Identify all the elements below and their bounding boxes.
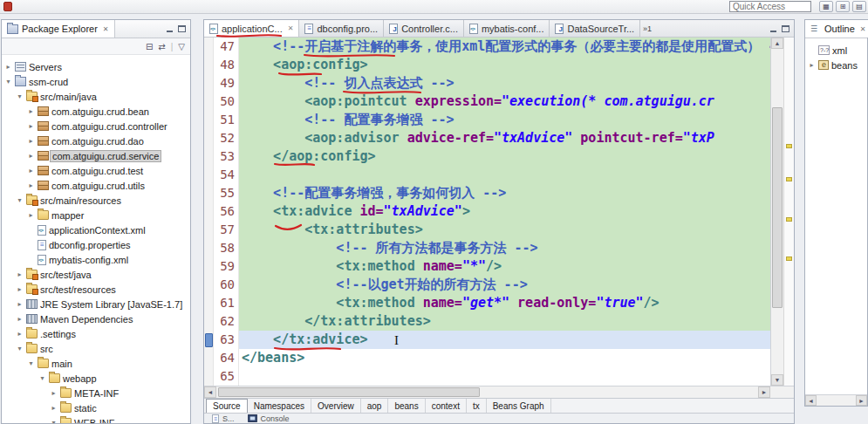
code-line[interactable]: 51 <!-- 配置事务增强 --> xyxy=(204,111,770,129)
code-text[interactable] xyxy=(239,166,770,184)
line-number[interactable]: 50 xyxy=(214,92,239,111)
tree-item[interactable]: applicationContext.xml xyxy=(2,222,190,237)
tree-expand-arrow[interactable]: ▸ xyxy=(27,122,35,130)
tree-expand-arrow[interactable]: ▸ xyxy=(27,137,35,145)
line-number[interactable]: 62 xyxy=(214,312,239,331)
line-number[interactable]: 51 xyxy=(214,111,239,129)
close-icon[interactable]: ✕ xyxy=(858,25,866,33)
horizontal-scroll-thumb[interactable] xyxy=(218,387,480,397)
line-number[interactable]: 54 xyxy=(214,166,239,184)
code-line[interactable]: 55 <!--配置事务增强，事务如何切入 --> xyxy=(204,184,770,202)
outline-horizontal-scrollbar[interactable]: ◄ ► xyxy=(805,394,867,406)
tree-expand-arrow[interactable]: ▸ xyxy=(16,330,24,338)
occurrence-marker[interactable] xyxy=(786,144,792,148)
console-bar-tab[interactable]: S... xyxy=(211,414,235,424)
line-number[interactable]: 64 xyxy=(214,349,239,367)
line-marker[interactable] xyxy=(204,38,214,56)
code-text[interactable]: <tx:attributes> xyxy=(239,221,770,239)
tree-item[interactable]: ▸com.atguigu.crud.service xyxy=(2,148,190,163)
code-line[interactable]: 59 <tx:method name="*"/> xyxy=(204,257,770,276)
editor-page-tab[interactable]: Overview xyxy=(311,399,361,413)
quick-access-input[interactable] xyxy=(729,1,811,12)
line-number[interactable]: 57 xyxy=(214,221,239,239)
code-line[interactable]: 56 <tx:advice id="txAdvice"> xyxy=(204,202,770,221)
tree-expand-arrow[interactable]: ▸ xyxy=(16,270,24,278)
tree-expand-arrow[interactable]: ▸ xyxy=(50,404,58,412)
link-with-editor-icon[interactable]: ⇄ xyxy=(158,42,165,51)
line-number[interactable]: 49 xyxy=(214,74,239,92)
line-marker[interactable] xyxy=(204,221,214,239)
code-line[interactable]: 52 <aop:advisor advice-ref="txAdvice" po… xyxy=(204,129,770,147)
tree-expand-arrow[interactable]: ▾ xyxy=(38,374,46,382)
scroll-right-icon[interactable]: ► xyxy=(856,395,867,406)
line-number[interactable]: 59 xyxy=(214,257,239,276)
tree-item[interactable]: ▾ssm-crud xyxy=(2,74,190,89)
code-text[interactable]: <!--配置事务增强，事务如何切入 --> xyxy=(239,184,770,202)
editor-page-tab[interactable]: Namespaces xyxy=(248,399,311,413)
code-text[interactable]: <!-- 所有方法都是事务方法 --> xyxy=(239,239,770,257)
line-marker[interactable] xyxy=(204,239,214,257)
editor-page-tab[interactable]: beans xyxy=(388,399,425,413)
outline-item[interactable]: ▸beans xyxy=(805,58,867,72)
close-icon[interactable]: ✕ xyxy=(286,24,294,32)
tree-expand-arrow[interactable]: ▸ xyxy=(808,61,816,69)
line-number[interactable]: 65 xyxy=(214,367,239,386)
code-line[interactable]: 50 <aop:pointcut expression="execution(*… xyxy=(204,92,770,111)
editor-page-tab[interactable]: tx xyxy=(467,399,487,413)
tree-item[interactable]: ▸src/test/resources xyxy=(2,282,190,297)
line-marker[interactable] xyxy=(204,367,214,386)
line-marker[interactable] xyxy=(204,349,214,367)
tree-item[interactable]: ▾src/main/java xyxy=(2,89,190,104)
open-perspective-icon[interactable]: ▦ xyxy=(819,1,833,12)
tree-expand-arrow[interactable]: ▾ xyxy=(16,196,24,204)
minimize-icon[interactable] xyxy=(769,25,777,32)
code-text[interactable]: <tx:method name="get*" read-only="true"/… xyxy=(239,294,770,312)
line-marker[interactable] xyxy=(204,56,214,74)
tree-item[interactable]: ▸Maven Dependencies xyxy=(2,311,190,326)
tree-item[interactable]: mybatis-config.xml xyxy=(2,252,190,267)
scroll-right-icon[interactable]: ► xyxy=(758,386,770,398)
perspective-icon-clipped[interactable]: ▤ xyxy=(852,1,866,12)
tree-item[interactable]: ▸com.atguigu.crud.test xyxy=(2,163,190,178)
editor-tab[interactable]: DataSourceTr... xyxy=(550,20,640,37)
line-number[interactable]: 61 xyxy=(214,294,239,312)
tree-expand-arrow[interactable]: ▾ xyxy=(4,78,12,85)
editor-tab[interactable]: dbconfig.pro... xyxy=(299,20,384,37)
maximize-icon[interactable] xyxy=(782,25,789,32)
code-text[interactable]: <!--开启基于注解的事务，使用xml配置形式的事务（必要主要的都是使用配置式）… xyxy=(239,38,770,56)
editor-page-tab[interactable]: Source xyxy=(206,399,248,413)
editor-page-tab[interactable]: Beans Graph xyxy=(487,399,551,413)
line-marker[interactable] xyxy=(204,276,214,294)
line-marker[interactable] xyxy=(204,257,214,276)
line-marker[interactable] xyxy=(204,294,214,312)
minimize-icon[interactable] xyxy=(166,25,174,32)
editor-page-tab[interactable]: context xyxy=(426,399,467,413)
code-text[interactable]: </tx:advice> xyxy=(239,331,770,349)
code-text[interactable]: <tx:advice id="txAdvice"> xyxy=(239,202,770,221)
tree-expand-arrow[interactable]: ▾ xyxy=(50,419,58,423)
code-text[interactable]: <aop:advisor advice-ref="txAdvice" point… xyxy=(239,129,770,147)
javaee-perspective-icon[interactable]: ⊞ xyxy=(836,1,850,12)
overview-ruler[interactable] xyxy=(783,38,794,386)
editor-tab[interactable]: Controller.c... xyxy=(384,20,464,37)
code-line[interactable]: 58 <!-- 所有方法都是事务方法 --> xyxy=(204,239,770,257)
code-text[interactable]: <!-- 配置事务增强 --> xyxy=(239,111,770,129)
line-number[interactable]: 52 xyxy=(214,129,239,147)
tree-expand-arrow[interactable]: ▸ xyxy=(16,285,24,293)
console-bar-tab[interactable]: Console xyxy=(247,414,290,423)
code-line[interactable]: 64</beans> xyxy=(204,349,770,367)
tree-item[interactable]: ▸.settings xyxy=(2,326,190,341)
vertical-scrollbar[interactable]: ▲ ▼ xyxy=(770,38,783,386)
tree-expand-arrow[interactable]: ▸ xyxy=(16,315,24,323)
line-marker[interactable] xyxy=(204,184,214,202)
code-text[interactable]: </aop:config> xyxy=(239,147,770,166)
close-icon[interactable]: ✕ xyxy=(101,25,109,33)
line-number[interactable]: 48 xyxy=(214,56,239,74)
tree-item[interactable]: ▸Servers xyxy=(2,59,190,74)
code-text[interactable]: <aop:config> xyxy=(239,56,770,74)
line-number[interactable]: 56 xyxy=(214,202,239,221)
tree-item[interactable]: ▸com.atguigu.crud.utils xyxy=(2,178,190,193)
collapse-all-icon[interactable]: ⊟ xyxy=(146,42,153,51)
occurrence-marker[interactable] xyxy=(786,177,792,181)
line-marker[interactable] xyxy=(204,202,214,221)
